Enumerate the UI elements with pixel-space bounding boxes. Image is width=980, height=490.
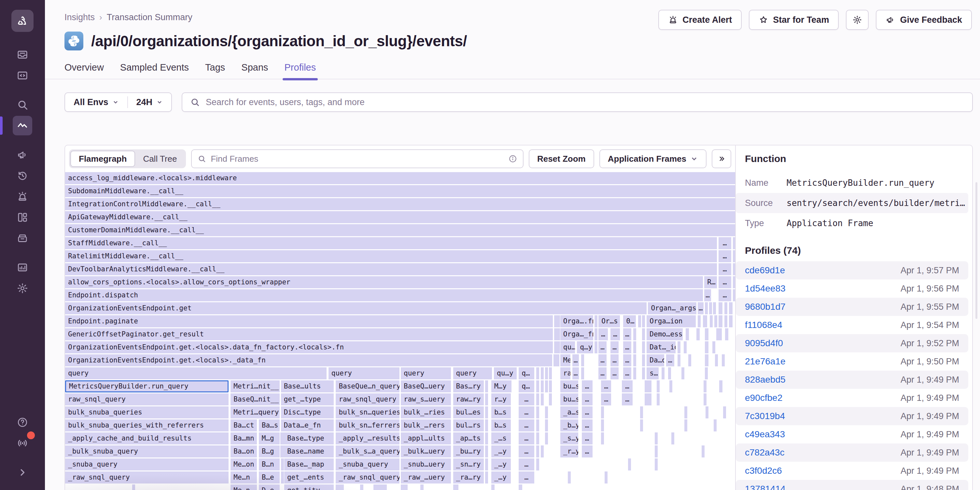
- flame-frame[interactable]: _…y: [491, 458, 511, 471]
- sidebar-expand-button[interactable]: [13, 463, 32, 482]
- flame-frame[interactable]: bulk_…rers: [401, 419, 451, 431]
- search-input[interactable]: [206, 97, 964, 107]
- flame-frame[interactable]: [485, 433, 488, 444]
- flame-frame[interactable]: [536, 381, 539, 392]
- flame-frame[interactable]: [568, 471, 571, 484]
- flame-frame[interactable]: [557, 341, 560, 354]
- flame-frame[interactable]: [557, 315, 560, 327]
- flame-frame[interactable]: ra…y: [560, 367, 570, 379]
- info-icon[interactable]: [509, 155, 517, 163]
- flame-frame[interactable]: …: [519, 458, 534, 471]
- flame-frame[interactable]: b…s: [491, 419, 511, 431]
- flame-frame[interactable]: access_log_middleware.<locals>.middlewar…: [65, 172, 735, 184]
- flame-frame[interactable]: [581, 367, 584, 379]
- flame-frame[interactable]: [719, 302, 722, 314]
- profile-id-link[interactable]: 1d54ee83: [745, 283, 786, 294]
- flame-frame[interactable]: ApiGatewayMiddleware.__call__: [65, 211, 735, 223]
- flame-frame[interactable]: …: [519, 393, 534, 405]
- flame-frame[interactable]: Me…n: [231, 484, 256, 490]
- flame-frame[interactable]: _bu…ry: [453, 446, 484, 457]
- flame-frame[interactable]: BaseQ…uery: [401, 381, 451, 392]
- flame-frame[interactable]: bul…es: [453, 406, 484, 419]
- find-frames-input[interactable]: [211, 154, 504, 164]
- flame-frame[interactable]: [688, 354, 691, 366]
- flame-frame[interactable]: [638, 315, 641, 327]
- flame-frame[interactable]: [601, 419, 604, 431]
- flame-frame[interactable]: Da…d: [647, 354, 664, 366]
- flame-frame[interactable]: Ba…on: [231, 446, 256, 457]
- profile-id-link[interactable]: c782a43c: [745, 447, 784, 458]
- sidebar-item-replay[interactable]: [13, 166, 32, 186]
- flame-frame[interactable]: raw_snql_query: [65, 393, 229, 405]
- flame-frame[interactable]: [545, 419, 548, 431]
- flame-frame[interactable]: Endpoint.paginate: [65, 315, 553, 327]
- flame-frame[interactable]: get…tity: [284, 484, 334, 490]
- flame-frame[interactable]: …: [623, 341, 631, 354]
- flame-frame[interactable]: M…y: [491, 381, 511, 392]
- flame-frame[interactable]: Base…ults: [281, 381, 334, 392]
- tab-overview[interactable]: Overview: [64, 62, 104, 79]
- flame-frame[interactable]: [557, 328, 560, 340]
- flame-frame[interactable]: [670, 381, 672, 392]
- flame-frame[interactable]: [549, 367, 552, 379]
- flame-frame[interactable]: [684, 406, 687, 419]
- flame-frame[interactable]: IntegrationControlMiddleware.__call__: [65, 198, 735, 210]
- flame-frame[interactable]: Data…e_fn: [281, 419, 334, 431]
- flame-frame[interactable]: s…r: [647, 367, 659, 379]
- flame-frame[interactable]: _raw_snql_query: [65, 471, 229, 484]
- flame-frame[interactable]: [536, 458, 539, 471]
- flame-frame[interactable]: [686, 328, 689, 340]
- flame-frame[interactable]: [545, 406, 548, 419]
- flame-frame[interactable]: [545, 433, 548, 444]
- flame-frame[interactable]: [703, 315, 707, 327]
- flame-frame[interactable]: [719, 381, 722, 392]
- flame-frame[interactable]: B…e: [259, 471, 280, 484]
- flame-frame[interactable]: [633, 354, 636, 366]
- flame-frame[interactable]: …: [598, 328, 608, 340]
- profile-id-link[interactable]: c3f0d2c6: [745, 466, 782, 476]
- flame-frame[interactable]: _sn…ry: [453, 458, 484, 471]
- flame-frame[interactable]: [705, 302, 708, 314]
- flame-frame[interactable]: [733, 276, 735, 288]
- tab-tags[interactable]: Tags: [205, 62, 225, 79]
- flame-frame[interactable]: [485, 458, 488, 471]
- flame-frame[interactable]: …: [611, 354, 619, 366]
- flame-frame[interactable]: …: [611, 367, 619, 379]
- flame-frame[interactable]: …: [622, 393, 633, 405]
- flame-frame[interactable]: [536, 446, 539, 457]
- sidebar-item-megaphone[interactable]: [13, 145, 32, 165]
- flame-frame[interactable]: Metri…nit__: [231, 381, 279, 392]
- flame-frame[interactable]: [581, 354, 584, 366]
- flame-frame[interactable]: [655, 433, 658, 444]
- flame-frame[interactable]: [725, 328, 728, 340]
- profile-id-link[interactable]: 13781414: [745, 484, 786, 490]
- flame-frame[interactable]: …: [519, 446, 534, 457]
- flame-frame[interactable]: [678, 354, 681, 366]
- view-mode-flamegraph[interactable]: Flamegraph: [70, 151, 135, 167]
- flame-frame[interactable]: [360, 484, 363, 490]
- flame-frame[interactable]: [541, 393, 544, 405]
- flame-frame[interactable]: …: [698, 302, 704, 314]
- flame-frame[interactable]: [536, 393, 539, 405]
- sidebar-item-stats[interactable]: [13, 258, 32, 277]
- profile-id-link[interactable]: 9680b1d7: [745, 301, 786, 312]
- flame-frame[interactable]: [601, 433, 604, 444]
- flame-frame[interactable]: [703, 393, 706, 405]
- flame-frame[interactable]: …: [374, 484, 387, 490]
- flame-frame[interactable]: R…: [704, 276, 717, 288]
- flame-frame[interactable]: …: [719, 276, 731, 288]
- flame-frame[interactable]: …: [719, 289, 731, 301]
- flame-frame[interactable]: Metri…query: [231, 406, 279, 419]
- flame-frame[interactable]: …: [573, 354, 579, 366]
- give-feedback-button[interactable]: Give Feedback: [876, 10, 972, 30]
- flame-frame[interactable]: [485, 419, 488, 431]
- flame-frame[interactable]: …: [611, 328, 620, 340]
- flame-frame[interactable]: …: [704, 289, 711, 301]
- flame-frame[interactable]: …: [623, 367, 631, 379]
- flame-frame[interactable]: [645, 381, 651, 392]
- flame-frame[interactable]: get_…ents: [284, 471, 334, 484]
- flame-frame[interactable]: Base…_map: [284, 458, 334, 471]
- flame-frame[interactable]: get_…type: [281, 393, 334, 405]
- flame-frame[interactable]: [645, 393, 651, 405]
- flame-frame[interactable]: Orga…_fn: [560, 328, 593, 340]
